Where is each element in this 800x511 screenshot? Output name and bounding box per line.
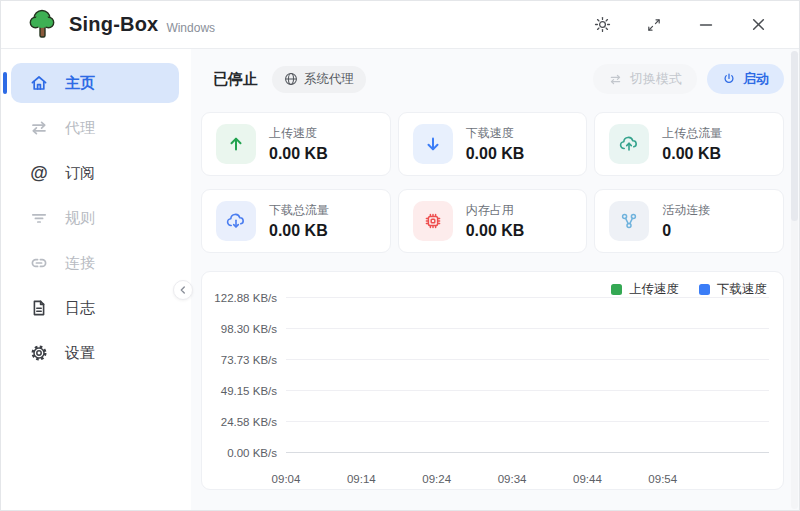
stat-value: 0.00 KB xyxy=(466,145,525,163)
app-subtitle: Windows xyxy=(166,21,215,35)
chart-plot-area: 122.88 KB/s 98.30 KB/s 73.73 KB/s 49.15 … xyxy=(212,282,769,468)
sidebar-item-label: 主页 xyxy=(65,74,95,93)
sidebar-item-home[interactable]: 主页 xyxy=(11,63,179,103)
gridline xyxy=(286,359,769,360)
download-legend-swatch xyxy=(699,284,710,295)
sidebar-item-label: 订阅 xyxy=(65,164,95,183)
sidebar-item-connections[interactable]: 连接 xyxy=(11,243,179,283)
stat-value: 0.00 KB xyxy=(269,145,328,163)
network-branch-icon xyxy=(609,201,649,241)
status-row: 已停止 系统代理 xyxy=(201,62,784,96)
tree-logo-icon xyxy=(27,9,57,41)
sidebar-item-proxy[interactable]: 代理 xyxy=(11,108,179,148)
sidebar-item-label: 规则 xyxy=(65,209,95,228)
x-axis: 09:04 09:14 09:24 09:34 09:44 09:54 xyxy=(286,471,769,488)
fullscreen-button[interactable] xyxy=(637,10,671,40)
sidebar-item-settings[interactable]: 设置 xyxy=(11,333,179,373)
gridline xyxy=(286,421,769,422)
sidebar-collapse-button[interactable] xyxy=(173,280,193,300)
x-axis-tick: 09:44 xyxy=(573,473,602,485)
switch-mode-button[interactable]: 切换模式 xyxy=(593,64,697,94)
sidebar: 主页 代理 @ 订阅 xyxy=(1,49,191,511)
main-content: 已停止 系统代理 xyxy=(191,49,799,511)
scrollbar-thumb[interactable] xyxy=(791,51,798,221)
y-axis-tick: 98.30 KB/s xyxy=(212,323,286,335)
theme-toggle-button[interactable] xyxy=(585,10,619,40)
gridline-row-baseline: 0.00 KB/s xyxy=(212,437,769,468)
close-icon xyxy=(751,17,766,32)
legend-item-upload[interactable]: 上传速度 xyxy=(611,281,679,298)
start-label: 启动 xyxy=(743,70,769,88)
stat-value: 0.00 KB xyxy=(269,222,329,240)
cloud-download-icon xyxy=(216,201,256,241)
gridline-row: 49.15 KB/s xyxy=(212,375,769,406)
gridline-row: 98.30 KB/s xyxy=(212,313,769,344)
app-window: Sing-Box Windows xyxy=(0,0,800,511)
y-axis-tick: 122.88 KB/s xyxy=(212,292,286,304)
app-title: Sing-Box xyxy=(69,13,158,36)
legend-item-download[interactable]: 下载速度 xyxy=(699,281,767,298)
y-axis-tick: 0.00 KB/s xyxy=(212,447,286,459)
arrow-up-icon xyxy=(216,124,256,164)
sidebar-item-subscription[interactable]: @ 订阅 xyxy=(11,153,179,193)
scrollbar[interactable] xyxy=(791,51,798,509)
sidebar-item-logs[interactable]: 日志 xyxy=(11,288,179,328)
link-icon xyxy=(28,253,50,273)
sidebar-item-label: 代理 xyxy=(65,119,95,138)
y-axis-tick: 24.58 KB/s xyxy=(212,416,286,428)
gridline-row: 73.73 KB/s xyxy=(212,344,769,375)
gear-icon xyxy=(28,343,50,363)
sidebar-item-label: 设置 xyxy=(65,344,95,363)
stat-card-download-speed: 下载速度 0.00 KB xyxy=(398,112,588,176)
system-proxy-badge[interactable]: 系统代理 xyxy=(272,66,366,93)
swap-arrows-icon xyxy=(28,118,50,138)
upload-legend-swatch xyxy=(611,284,622,295)
traffic-chart: 上传速度 下载速度 122.88 KB/s 98.30 KB/s xyxy=(201,271,784,490)
stats-grid: 上传速度 0.00 KB 下载速度 0.00 KB xyxy=(201,112,784,253)
stat-label: 下载总流量 xyxy=(269,202,329,219)
y-axis-tick: 73.73 KB/s xyxy=(212,354,286,366)
stat-label: 内存占用 xyxy=(466,202,525,219)
title-bar: Sing-Box Windows xyxy=(1,1,799,49)
minimize-button[interactable] xyxy=(689,10,723,40)
expand-icon xyxy=(646,17,662,33)
stat-label: 活动连接 xyxy=(662,202,710,219)
sidebar-item-rules[interactable]: 规则 xyxy=(11,198,179,238)
close-button[interactable] xyxy=(741,10,775,40)
gridline-row: 24.58 KB/s xyxy=(212,406,769,437)
x-axis-tick: 09:04 xyxy=(272,473,301,485)
power-icon xyxy=(722,72,736,86)
gridline xyxy=(286,452,769,453)
chart-legend: 上传速度 下载速度 xyxy=(611,281,767,298)
stat-card-active-connections: 活动连接 0 xyxy=(594,189,784,253)
stat-card-upload-total: 上传总流量 0.00 KB xyxy=(594,112,784,176)
gridline xyxy=(286,390,769,391)
swap-arrows-icon xyxy=(608,72,623,87)
y-axis-tick: 49.15 KB/s xyxy=(212,385,286,397)
x-axis-tick: 09:24 xyxy=(422,473,451,485)
start-button[interactable]: 启动 xyxy=(707,64,784,94)
switch-mode-label: 切换模式 xyxy=(630,70,682,88)
filter-icon xyxy=(28,208,50,228)
stat-value: 0.00 KB xyxy=(662,145,722,163)
at-sign-icon: @ xyxy=(28,163,50,183)
stat-value: 0.00 KB xyxy=(466,222,525,240)
document-icon xyxy=(28,298,50,318)
cloud-upload-icon xyxy=(609,124,649,164)
stat-label: 上传总流量 xyxy=(662,125,722,142)
home-icon xyxy=(28,73,50,93)
gridline xyxy=(286,328,769,329)
system-proxy-label: 系统代理 xyxy=(304,71,354,88)
stat-value: 0 xyxy=(662,222,710,240)
globe-icon xyxy=(284,72,298,86)
stat-card-upload-speed: 上传速度 0.00 KB xyxy=(201,112,391,176)
service-status-label: 已停止 xyxy=(213,70,258,89)
sidebar-item-label: 日志 xyxy=(65,299,95,318)
stat-card-download-total: 下载总流量 0.00 KB xyxy=(201,189,391,253)
stat-label: 下载速度 xyxy=(466,125,525,142)
chevron-left-icon xyxy=(177,284,189,296)
arrow-down-icon xyxy=(413,124,453,164)
x-axis-tick: 09:14 xyxy=(347,473,376,485)
stat-label: 上传速度 xyxy=(269,125,328,142)
minimize-icon xyxy=(699,18,713,32)
